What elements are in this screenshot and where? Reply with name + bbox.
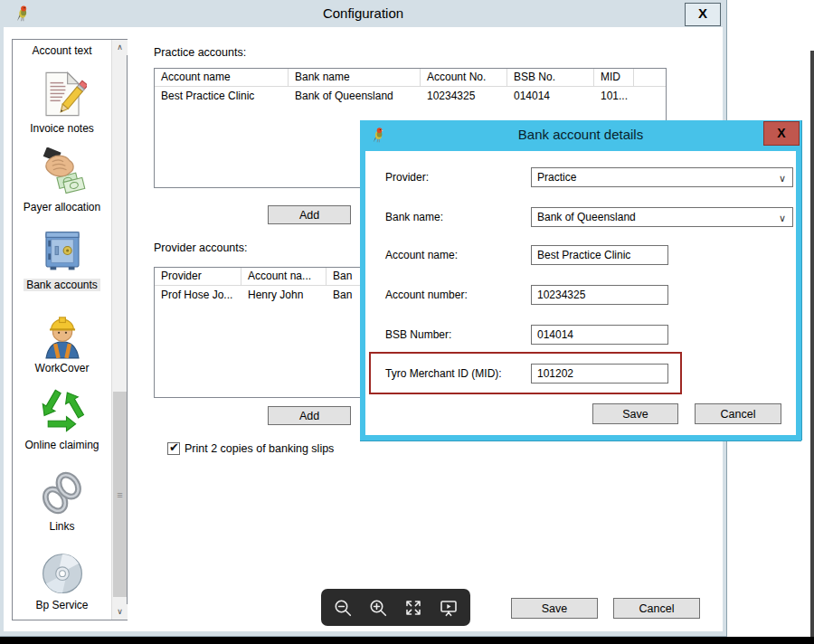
page: Configuration X Account textInvoice note… xyxy=(0,0,814,644)
screen-edge-right xyxy=(810,51,814,637)
sidebar-items: Account textInvoice notesPayer allocatio… xyxy=(13,40,111,620)
column-header[interactable]: Account name xyxy=(155,69,289,87)
sidebar-item-label: Invoice notes xyxy=(13,122,111,136)
print-copies-checkbox[interactable]: ✔ xyxy=(167,442,180,455)
table-cell: Prof Hose Jo... xyxy=(155,286,241,303)
sidebar-item-bp-service[interactable]: Bp Service xyxy=(13,545,111,612)
sidebar-item-payer-allocation[interactable]: Payer allocation xyxy=(13,143,111,214)
grip-icon: ≡ xyxy=(113,488,127,502)
field-row-bank-name: Bank name:Bank of Queensland∨ xyxy=(365,207,796,227)
sidebar-item-label: Links xyxy=(13,520,111,534)
sidebar-item-label: Bp Service xyxy=(13,599,111,612)
dialog-cancel-button[interactable]: Cancel xyxy=(695,403,781,424)
provider-label: Provider: xyxy=(385,167,429,187)
field-row-account-name: Account name: xyxy=(365,245,796,265)
payer-allocation-icon xyxy=(38,147,87,196)
sidebar-item-bank-accounts[interactable]: Bank accounts xyxy=(13,223,111,292)
sidebar-item-label: WorkCover xyxy=(13,362,111,375)
tyro-mid-input[interactable] xyxy=(531,364,668,384)
presentation-icon xyxy=(439,598,459,618)
cancel-button[interactable]: Cancel xyxy=(613,598,700,619)
column-header-filler xyxy=(634,69,666,87)
sidebar-item-links[interactable]: Links xyxy=(13,465,111,534)
sidebar-scrollbar[interactable]: ∧ ≡ ∨ xyxy=(111,40,127,620)
workcover-icon xyxy=(38,310,87,359)
viewer-toolbar xyxy=(321,589,470,626)
print-copies-label: Print 2 copies of banking slips xyxy=(185,442,334,455)
zoom-out-button[interactable] xyxy=(329,594,356,621)
window-title: Configuration xyxy=(0,0,726,27)
sidebar: Account textInvoice notesPayer allocatio… xyxy=(12,39,128,620)
column-header[interactable]: BSB No. xyxy=(507,69,594,87)
dialog-save-button[interactable]: Save xyxy=(592,403,678,424)
scroll-up-button[interactable]: ∧ xyxy=(112,40,128,55)
sidebar-item-label: Online claiming xyxy=(13,439,111,452)
scroll-down-button[interactable]: ∨ xyxy=(112,604,128,620)
table-cell: Henry John xyxy=(241,286,327,303)
titlebar[interactable]: Configuration xyxy=(0,0,726,27)
chevron-down-icon: ∨ xyxy=(779,169,786,187)
fullscreen-icon xyxy=(403,598,423,618)
sidebar-item-invoice-notes[interactable]: Invoice notes xyxy=(13,65,111,136)
table-cell: 10234325 xyxy=(421,87,507,104)
sidebar-item-label: Payer allocation xyxy=(13,201,111,214)
account-name-input[interactable] xyxy=(531,245,668,265)
fullscreen-button[interactable] xyxy=(400,594,427,621)
links-icon xyxy=(38,469,87,517)
column-header[interactable]: Account No. xyxy=(421,69,507,87)
column-header[interactable]: Bank name xyxy=(289,69,421,87)
table-cell: Bank of Queensland xyxy=(289,87,421,104)
scrollbar-thumb[interactable]: ≡ xyxy=(113,392,127,597)
screen-edge-bottom xyxy=(0,637,814,644)
dialog-close-button[interactable]: X xyxy=(763,121,800,146)
bank-name-value: Bank of Queensland xyxy=(537,211,636,223)
field-row-bsb-number: BSB Number: xyxy=(365,325,796,345)
dialog-title: Bank account details xyxy=(360,121,801,148)
save-button[interactable]: Save xyxy=(511,598,598,619)
table-cell: 014014 xyxy=(507,87,594,104)
column-header[interactable]: Account na... xyxy=(241,268,327,286)
field-row-tyro-mid: Tyro Merchant ID (MID): xyxy=(365,364,796,384)
zoom-in-icon xyxy=(368,598,388,618)
sidebar-item-account-text[interactable]: Account text xyxy=(13,44,111,58)
table-cell: Best Practice Clinic xyxy=(155,87,289,104)
chevron-down-icon: ∨ xyxy=(117,607,123,616)
bp-service-icon xyxy=(38,548,87,597)
provider-accounts-label: Provider accounts: xyxy=(154,241,248,255)
field-row-account-number: Account number: xyxy=(365,285,796,305)
account-number-input[interactable] xyxy=(531,285,668,305)
bsb-number-label: BSB Number: xyxy=(385,325,451,345)
bank-name-select[interactable]: Bank of Queensland∨ xyxy=(531,207,793,227)
invoice-notes-icon xyxy=(38,70,87,118)
field-row-provider: Provider:Practice∨ xyxy=(365,167,796,187)
bank-accounts-icon xyxy=(38,226,87,275)
practice-accounts-label: Practice accounts: xyxy=(154,45,246,60)
table-cell: 101... xyxy=(594,87,634,104)
tyro-mid-label: Tyro Merchant ID (MID): xyxy=(385,364,502,384)
bank-name-label: Bank name: xyxy=(385,207,443,227)
column-header[interactable]: Provider xyxy=(155,268,241,286)
print-copies-row: ✔ Print 2 copies of banking slips xyxy=(167,442,334,455)
check-icon: ✔ xyxy=(169,440,179,454)
sidebar-item-label: Account text xyxy=(13,44,111,58)
sidebar-item-label: Bank accounts xyxy=(13,279,111,292)
bank-account-details-dialog: Bank account details X Save Cancel Provi… xyxy=(360,120,801,440)
bsb-number-input[interactable] xyxy=(531,325,668,345)
chevron-up-icon: ∧ xyxy=(117,43,123,52)
provider-select[interactable]: Practice∨ xyxy=(531,167,793,187)
sidebar-item-workcover[interactable]: WorkCover xyxy=(13,307,111,375)
chevron-down-icon: ∨ xyxy=(779,209,786,227)
provider-value: Practice xyxy=(537,171,576,184)
sidebar-item-online-claiming[interactable]: Online claiming xyxy=(13,383,111,452)
zoom-in-button[interactable] xyxy=(364,594,392,621)
account-name-label: Account name: xyxy=(385,245,458,265)
table-row[interactable]: Best Practice ClinicBank of Queensland10… xyxy=(155,87,666,104)
online-claiming-icon xyxy=(38,386,87,435)
dialog-body: Save Cancel Provider:Practice∨Bank name:… xyxy=(365,151,796,435)
practice-add-button[interactable]: Add xyxy=(268,205,351,224)
provider-add-button[interactable]: Add xyxy=(268,406,351,425)
close-button[interactable]: X xyxy=(685,3,721,26)
presentation-button[interactable] xyxy=(435,594,462,621)
column-header[interactable]: MID xyxy=(594,69,634,87)
zoom-out-icon xyxy=(333,598,353,618)
